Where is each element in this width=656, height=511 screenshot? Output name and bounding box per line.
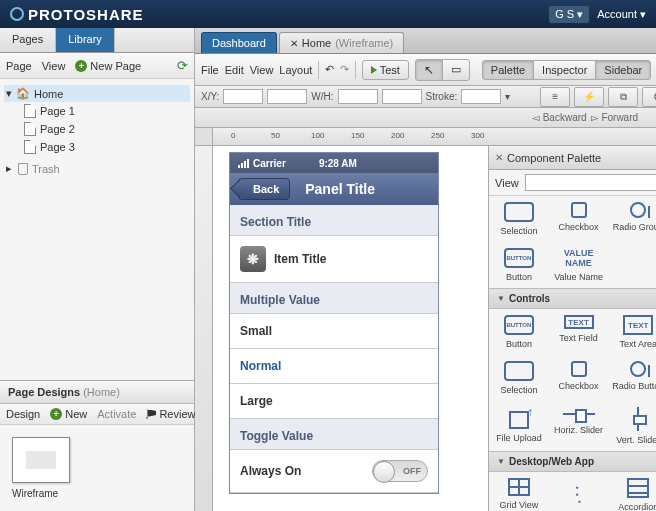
comp-radio-button[interactable]: Radio Button xyxy=(608,355,656,401)
phone-mockup[interactable]: Carrier 9:28 AM Back Panel Title Section… xyxy=(229,152,439,494)
back-button[interactable]: Back xyxy=(238,178,290,200)
ruler-horizontal: 050100150200250300 xyxy=(213,128,656,146)
section-controls[interactable]: ▼Controls xyxy=(489,288,656,309)
brand-text: PROTOSHARE xyxy=(28,6,144,23)
logo: PROTOSHARE xyxy=(10,6,144,23)
menu-layout[interactable]: Layout xyxy=(279,64,312,76)
test-button[interactable]: Test xyxy=(362,60,409,80)
tab-dashboard[interactable]: Dashboard xyxy=(201,32,277,53)
tab-home-wireframe[interactable]: ✕Home (Wireframe) xyxy=(279,32,404,53)
tree-home[interactable]: ▾🏠Home xyxy=(4,85,190,102)
list-item-small[interactable]: Small xyxy=(230,314,438,349)
section-header: Toggle Value xyxy=(230,419,438,450)
list-item-toggle[interactable]: Always OnOFF xyxy=(230,450,438,493)
section-desktop[interactable]: ▼Desktop/Web App xyxy=(489,451,656,472)
list-item-normal[interactable]: Normal xyxy=(230,349,438,384)
comp-button2[interactable]: BUTTONButton xyxy=(489,309,549,355)
menu-view[interactable]: View xyxy=(250,64,274,76)
palette-toggle[interactable]: Palette xyxy=(482,60,534,80)
comp-grid-view[interactable]: Grid View xyxy=(489,472,549,511)
palette-title: Component Palette xyxy=(507,152,601,164)
activate-button[interactable]: Activate xyxy=(97,408,136,420)
list-item[interactable]: ❋Item Title xyxy=(230,236,438,283)
menu-view[interactable]: View xyxy=(42,60,66,72)
palette-filter-input[interactable] xyxy=(525,174,656,191)
tree-page[interactable]: Page 1 xyxy=(4,102,190,120)
user-badge[interactable]: G S ▾ xyxy=(549,6,589,23)
canvas-toolbar: File Edit View Layout ↶ ↷ Test ↖ ▭ Palet… xyxy=(195,54,656,86)
top-bar: PROTOSHARE G S ▾ Account ▾ xyxy=(0,0,656,28)
tab-pages[interactable]: Pages xyxy=(0,28,56,52)
list-item-large[interactable]: Large xyxy=(230,384,438,419)
comp-horiz-slider[interactable]: Horiz. Slider xyxy=(549,401,609,451)
canvas-viewport[interactable]: Carrier 9:28 AM Back Panel Title Section… xyxy=(213,146,656,511)
tree-page[interactable]: Page 2 xyxy=(4,120,190,138)
sidebar-toggle[interactable]: Sidebar xyxy=(595,60,651,80)
tool-link[interactable]: ⧉ xyxy=(608,87,638,107)
comp-tree-view[interactable]: Tree View xyxy=(549,472,609,511)
tree-trash[interactable]: ▸Trash xyxy=(4,160,190,177)
review-button[interactable]: Review xyxy=(146,408,195,420)
ruler-corner xyxy=(195,128,213,146)
backward-button[interactable]: ◅ Backward xyxy=(532,112,587,123)
plus-icon: + xyxy=(50,408,62,420)
left-pane: Pages Library Page View +New Page ⟳ ▾🏠Ho… xyxy=(0,28,195,511)
comp-button[interactable]: BUTTONButton xyxy=(489,242,549,288)
comp-checkbox[interactable]: Checkbox xyxy=(549,196,609,242)
toggle-switch[interactable]: OFF xyxy=(372,460,428,482)
signal-icon xyxy=(238,159,249,168)
nav-bar: ◅ Backward ▻ Forward xyxy=(195,108,656,128)
component-palette: ✕ Component Palette ▾ View Selection xyxy=(488,146,656,511)
comp-value-name[interactable]: VALUE NAMEValue Name xyxy=(549,242,609,288)
item-icon: ❋ xyxy=(240,246,266,272)
forward-button[interactable]: ▻ Forward xyxy=(591,112,638,123)
x-input[interactable] xyxy=(223,89,263,104)
tool-settings[interactable]: ⚙ xyxy=(642,87,656,107)
stroke-input[interactable] xyxy=(461,89,501,104)
refresh-icon[interactable]: ⟳ xyxy=(177,58,188,73)
comment-tool[interactable]: ▭ xyxy=(442,59,470,81)
page-icon xyxy=(24,122,36,136)
account-menu[interactable]: Account ▾ xyxy=(597,8,646,21)
comp-selection[interactable]: Selection xyxy=(489,196,549,242)
comp-radio-group[interactable]: Radio Group xyxy=(608,196,656,242)
design-thumbnail[interactable]: Wireframe xyxy=(12,437,72,499)
comp-accordion[interactable]: Accordion xyxy=(608,472,656,511)
tree-page[interactable]: Page 3 xyxy=(4,138,190,156)
w-input[interactable] xyxy=(338,89,378,104)
page-designs-panel: Page Designs (Home) Design +New Activate… xyxy=(0,380,194,511)
status-bar: Carrier 9:28 AM xyxy=(230,153,438,173)
comp-text-field[interactable]: TEXTText Field xyxy=(549,309,609,355)
nav-bar-mockup: Back Panel Title xyxy=(230,173,438,205)
comp-file-upload[interactable]: File Upload xyxy=(489,401,549,451)
comp-vert-slider[interactable]: Vert. Slider xyxy=(608,401,656,451)
ruler-vertical xyxy=(195,146,213,511)
comp-selection2[interactable]: Selection xyxy=(489,355,549,401)
tab-library[interactable]: Library xyxy=(56,28,115,52)
view-label: View xyxy=(495,177,519,189)
h-input[interactable] xyxy=(382,89,422,104)
menu-page[interactable]: Page xyxy=(6,60,32,72)
close-icon[interactable]: ✕ xyxy=(495,152,503,163)
tool-action[interactable]: ⚡ xyxy=(574,87,604,107)
y-input[interactable] xyxy=(267,89,307,104)
logo-icon xyxy=(10,7,24,21)
cursor-tool[interactable]: ↖ xyxy=(415,59,443,81)
page-icon xyxy=(24,140,36,154)
menu-file[interactable]: File xyxy=(201,64,219,76)
undo-button[interactable]: ↶ xyxy=(325,63,334,76)
new-page-button[interactable]: +New Page xyxy=(75,60,141,72)
redo-button[interactable]: ↷ xyxy=(340,63,349,76)
menu-design[interactable]: Design xyxy=(6,408,40,420)
tool-align[interactable]: ≡ xyxy=(540,87,570,107)
menu-edit[interactable]: Edit xyxy=(225,64,244,76)
canvas-tabs: Dashboard ✕Home (Wireframe) xyxy=(195,28,656,54)
comp-checkbox2[interactable]: Checkbox xyxy=(549,355,609,401)
inspector-toggle[interactable]: Inspector xyxy=(533,60,596,80)
new-design-button[interactable]: +New xyxy=(50,408,87,420)
close-icon[interactable]: ✕ xyxy=(290,38,298,49)
comment-icon: ▭ xyxy=(451,63,461,76)
play-icon xyxy=(371,66,377,74)
comp-text-area[interactable]: TEXTText Area xyxy=(608,309,656,355)
plus-icon: + xyxy=(75,60,87,72)
